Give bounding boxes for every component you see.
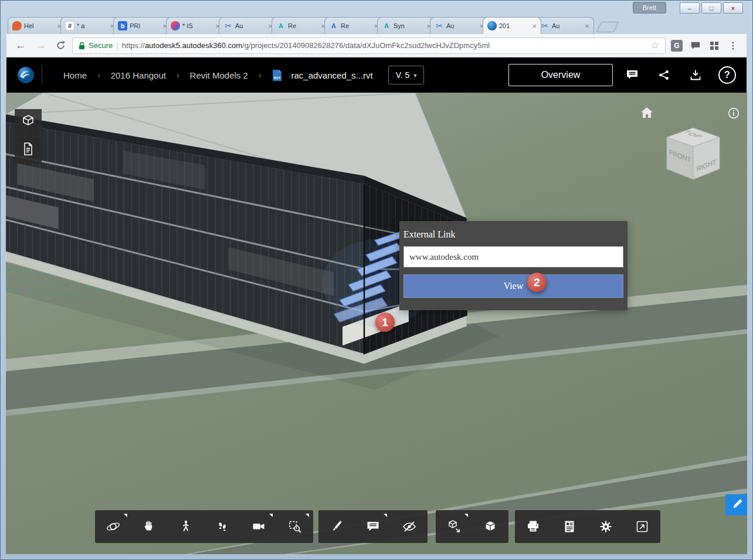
back-button[interactable]: ← bbox=[12, 38, 29, 54]
extension-grid-icon[interactable] bbox=[707, 38, 722, 53]
breadcrumb-project[interactable]: 2016 Hangout bbox=[111, 70, 166, 80]
close-icon: × bbox=[731, 5, 735, 12]
model-structure-tool[interactable] bbox=[436, 510, 472, 543]
external-url-input[interactable] bbox=[403, 246, 623, 267]
overview-button[interactable]: Overview bbox=[508, 64, 613, 86]
refresh-button[interactable] bbox=[52, 38, 69, 54]
share-button[interactable] bbox=[652, 63, 676, 87]
pen-icon bbox=[730, 497, 743, 513]
tab-close-icon[interactable]: × bbox=[532, 22, 537, 30]
profile-chip[interactable]: Brett bbox=[633, 2, 666, 13]
browser-tab[interactable]: ✂ Au × bbox=[430, 17, 489, 34]
home-view-button[interactable] bbox=[640, 107, 653, 121]
comment-tool[interactable] bbox=[355, 510, 391, 543]
explode-model-tool[interactable] bbox=[472, 510, 508, 543]
view-button[interactable]: View 2 bbox=[403, 274, 623, 298]
tab-close-icon[interactable]: × bbox=[585, 22, 589, 30]
model-toolbar bbox=[436, 510, 508, 543]
help-button[interactable]: ? bbox=[718, 66, 736, 84]
secure-label: Secure bbox=[89, 41, 113, 50]
browser-tab[interactable]: Hel × bbox=[8, 17, 66, 34]
url-path: /g/projects/201409082628276/data/dXJuOmF… bbox=[242, 41, 490, 50]
fullscreen-tool[interactable] bbox=[624, 510, 660, 543]
svg-text:RVT: RVT bbox=[273, 76, 280, 79]
browser-tab[interactable]: A Re × bbox=[324, 17, 383, 34]
tab-favicon: ✂ bbox=[223, 21, 233, 30]
bookmark-star-icon[interactable]: ☆ bbox=[647, 39, 659, 52]
navigation-toolbar bbox=[95, 510, 313, 543]
browser-tab[interactable]: A Syn × bbox=[377, 17, 436, 34]
info-icon bbox=[728, 111, 740, 121]
viewer-side-tools bbox=[15, 109, 42, 164]
breadcrumb-folder[interactable]: Revit Models 2 bbox=[190, 70, 248, 80]
tab-favicon: A bbox=[382, 21, 391, 30]
tab-favicon bbox=[12, 21, 22, 30]
tab-favicon: # bbox=[65, 21, 74, 30]
tab-title: Hel bbox=[24, 22, 55, 29]
walk-tool[interactable] bbox=[168, 510, 204, 543]
comment-button[interactable] bbox=[620, 63, 645, 87]
browser-tab[interactable]: b PRI × bbox=[113, 17, 172, 34]
settings-toolbar bbox=[515, 510, 660, 543]
download-button[interactable] bbox=[683, 63, 708, 87]
tab-strip: Hel × # * a × b PRI × * IS × ✂ Au × A Re… bbox=[8, 16, 745, 34]
browser-tab[interactable]: * IS × bbox=[166, 17, 225, 34]
hide-objects-tool[interactable] bbox=[391, 510, 428, 543]
zoom-window-tool[interactable] bbox=[277, 510, 313, 543]
close-button[interactable]: × bbox=[723, 2, 743, 13]
browser-tab[interactable]: # * a × bbox=[60, 17, 119, 34]
browser-tab[interactable]: ✂ Au × bbox=[219, 17, 277, 34]
extension-chat-icon[interactable] bbox=[688, 38, 703, 53]
document-icon bbox=[20, 141, 36, 159]
orbit-tool[interactable] bbox=[95, 510, 131, 543]
tab-title: Re bbox=[288, 22, 318, 29]
minimize-button[interactable]: – bbox=[680, 2, 700, 13]
tab-title: Au bbox=[552, 22, 582, 29]
viewcube[interactable]: TOP FRONT RIGHT bbox=[664, 127, 723, 190]
tab-favicon: A bbox=[276, 21, 286, 30]
cube-icon bbox=[20, 113, 36, 132]
settings-tool[interactable] bbox=[588, 510, 624, 543]
properties-tool[interactable] bbox=[551, 510, 588, 543]
url-text: https://autodesk5.autodesk360.com/g/proj… bbox=[122, 41, 643, 50]
maximize-button[interactable]: □ bbox=[701, 2, 721, 13]
file-name: rac_advanced_s...rvt bbox=[289, 70, 373, 80]
feedback-button[interactable] bbox=[725, 494, 747, 515]
window-titlebar: Brett – □ × bbox=[1, 1, 752, 16]
footsteps-tool[interactable] bbox=[204, 510, 240, 543]
info-button[interactable] bbox=[728, 107, 740, 121]
tab-title: 201 bbox=[499, 22, 530, 29]
model-browser-button[interactable] bbox=[15, 109, 42, 136]
minimize-icon: – bbox=[688, 5, 691, 12]
breadcrumb-home[interactable]: Home bbox=[63, 70, 87, 80]
home-icon bbox=[640, 110, 653, 120]
browser-tab-active[interactable]: 201 × bbox=[483, 17, 541, 34]
camera-tool[interactable] bbox=[240, 510, 277, 543]
address-bar[interactable]: Secure | https://autodesk5.autodesk360.c… bbox=[72, 38, 666, 54]
step-badge-2: 2 bbox=[527, 273, 547, 292]
document-views-button[interactable] bbox=[15, 137, 42, 164]
url-divider: | bbox=[116, 41, 118, 50]
forward-button[interactable]: → bbox=[32, 38, 49, 54]
a360-logo[interactable] bbox=[17, 66, 35, 84]
version-dropdown[interactable]: V. 5 ▾ bbox=[388, 66, 425, 84]
extension-g-icon[interactable]: G bbox=[669, 38, 684, 53]
maximize-icon: □ bbox=[710, 5, 714, 12]
view-button-label: View bbox=[504, 281, 524, 291]
print-tool[interactable] bbox=[515, 510, 551, 543]
pan-tool[interactable] bbox=[131, 510, 168, 543]
step-badge-1: 1 bbox=[375, 313, 395, 332]
tab-title: * IS bbox=[182, 22, 213, 29]
new-tab-button[interactable] bbox=[596, 22, 619, 32]
a360-header: Home › 2016 Hangout › Revit Models 2 › R… bbox=[6, 57, 747, 93]
tab-title: Re bbox=[341, 22, 371, 29]
popup-title: External Link bbox=[403, 229, 623, 240]
markup-tool[interactable] bbox=[318, 510, 355, 543]
tab-favicon: ✂ bbox=[435, 21, 444, 30]
markup-toolbar bbox=[318, 510, 428, 543]
browser-tab[interactable]: ✂ Au × bbox=[535, 17, 594, 34]
browser-tab[interactable]: A Re × bbox=[272, 17, 330, 34]
external-link-popup: External Link View 2 bbox=[399, 221, 628, 310]
browser-menu-icon[interactable]: ⋮ bbox=[725, 38, 741, 53]
tab-title: * a bbox=[77, 22, 107, 29]
